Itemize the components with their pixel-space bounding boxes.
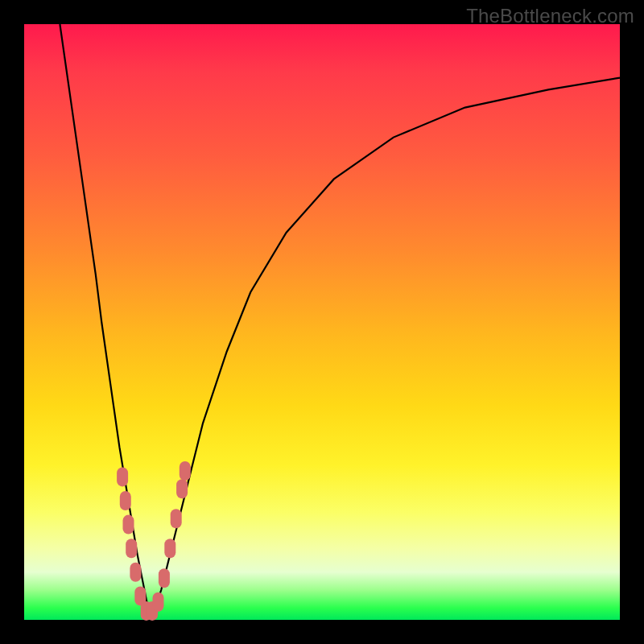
data-marker — [153, 592, 164, 612]
data-marker — [164, 539, 175, 558]
data-marker — [171, 509, 182, 528]
curve-layer — [24, 24, 620, 620]
data-marker — [126, 539, 137, 558]
data-marker — [130, 563, 141, 582]
chart-frame: TheBottleneck.com — [0, 0, 644, 644]
curve-left-branch — [60, 24, 149, 614]
data-marker — [180, 461, 191, 481]
curve-right-branch — [149, 78, 620, 614]
watermark-text: TheBottleneck.com — [466, 5, 634, 27]
data-marker — [159, 568, 170, 588]
data-marker — [120, 491, 131, 510]
marker-layer — [117, 461, 191, 621]
data-marker — [117, 467, 128, 486]
data-marker — [123, 515, 134, 535]
plot-area — [24, 24, 620, 620]
data-marker — [176, 479, 188, 498]
